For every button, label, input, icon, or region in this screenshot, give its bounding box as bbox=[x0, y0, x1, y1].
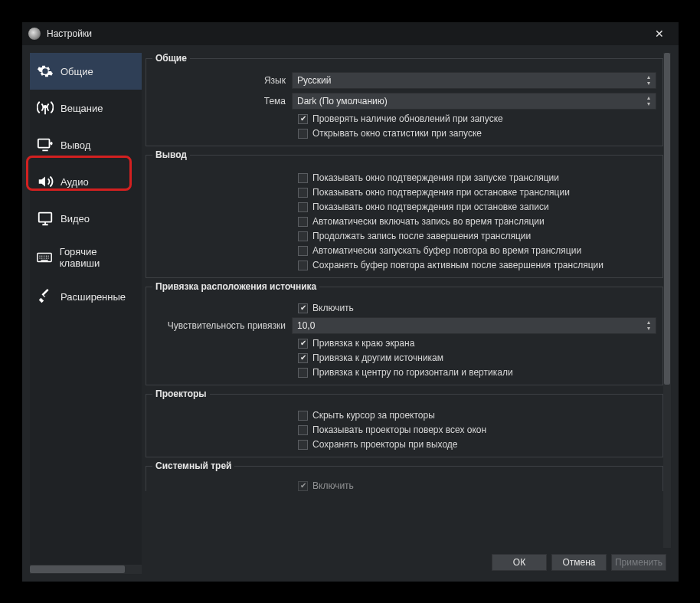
titlebar: Настройки ✕ bbox=[22, 22, 679, 45]
snap-sens-label: Чувствительность привязки bbox=[152, 320, 292, 331]
checkbox[interactable] bbox=[298, 231, 308, 241]
group-systray: Системный трей Включить bbox=[146, 460, 663, 491]
group-legend: Привязка расположения источника bbox=[152, 281, 319, 292]
svg-rect-1 bbox=[38, 139, 50, 148]
dialog-footer: ОК Отмена Применить bbox=[146, 548, 671, 574]
checkbox[interactable] bbox=[298, 425, 308, 435]
checkbox-snap-edge[interactable] bbox=[298, 339, 308, 349]
apply-button[interactable]: Применить bbox=[611, 554, 666, 571]
gear-icon bbox=[36, 62, 54, 80]
svg-rect-2 bbox=[39, 213, 52, 222]
checkbox-tray-enable[interactable] bbox=[298, 481, 308, 491]
group-snapping: Привязка расположения источника Включить… bbox=[146, 281, 663, 385]
sidebar-item-label: Расширенные bbox=[61, 291, 126, 303]
antenna-icon bbox=[36, 99, 54, 117]
theme-select[interactable]: Dark (По умолчанию) ▴▾ bbox=[292, 93, 656, 110]
sidebar-item-general[interactable]: Общие bbox=[30, 53, 142, 90]
svg-point-0 bbox=[44, 106, 47, 108]
window-body: Общие Вещание Вывод Аудио bbox=[22, 45, 679, 582]
checkbox[interactable] bbox=[298, 173, 308, 183]
settings-scroll: Общие Язык Русский ▴▾ Тема Dark (По умол bbox=[146, 53, 663, 548]
group-legend: Системный трей bbox=[152, 460, 234, 471]
sidebar-item-advanced[interactable]: Расширенные bbox=[30, 278, 142, 315]
keyboard-icon bbox=[36, 248, 54, 267]
checkbox-snap-center[interactable] bbox=[298, 368, 308, 378]
checkbox-open-stats[interactable] bbox=[298, 129, 308, 139]
checkbox[interactable] bbox=[298, 217, 308, 227]
monitor-icon bbox=[36, 209, 54, 228]
window-title: Настройки bbox=[47, 28, 646, 39]
group-projectors: Проекторы Скрыть курсор за проекторы Пок… bbox=[146, 388, 663, 457]
sidebar-item-output[interactable]: Вывод bbox=[30, 126, 142, 163]
checkbox[interactable] bbox=[298, 202, 308, 212]
group-general: Общие Язык Русский ▴▾ Тема Dark (По умол bbox=[146, 53, 663, 146]
chevron-updown-icon: ▴▾ bbox=[643, 73, 654, 88]
tools-icon bbox=[36, 287, 54, 306]
group-legend: Вывод bbox=[152, 149, 190, 160]
snap-sens-spin[interactable]: 10,0 ▴▾ bbox=[292, 317, 656, 334]
sidebar-item-label: Вывод bbox=[61, 139, 90, 151]
chevron-updown-icon: ▴▾ bbox=[643, 318, 654, 333]
sidebar-item-hotkeys[interactable]: Горячие клавиши bbox=[30, 237, 142, 278]
language-select[interactable]: Русский ▴▾ bbox=[292, 72, 656, 89]
checkbox[interactable] bbox=[298, 261, 308, 270]
cancel-button[interactable]: Отмена bbox=[551, 554, 607, 571]
checkbox[interactable] bbox=[298, 246, 308, 256]
app-icon bbox=[28, 28, 41, 40]
sidebar-item-label: Общие bbox=[61, 66, 93, 77]
sidebar-item-label: Горячие клавиши bbox=[60, 246, 136, 269]
sidebar-item-label: Аудио bbox=[61, 176, 89, 188]
sidebar-scrollbar[interactable] bbox=[30, 565, 142, 574]
group-legend: Общие bbox=[152, 53, 190, 64]
output-icon bbox=[36, 136, 54, 154]
settings-window: Настройки ✕ Общие Вещание Вывод bbox=[22, 22, 679, 582]
checkbox-snap-enable[interactable] bbox=[298, 303, 308, 313]
chevron-updown-icon: ▴▾ bbox=[643, 93, 654, 109]
sidebar-item-video[interactable]: Видео bbox=[30, 200, 142, 237]
sidebar: Общие Вещание Вывод Аудио bbox=[30, 53, 142, 574]
sidebar-item-audio[interactable]: Аудио bbox=[30, 163, 142, 200]
speaker-icon bbox=[36, 172, 54, 191]
checkbox-snap-other[interactable] bbox=[298, 353, 308, 363]
group-output: Вывод Показывать окно подтверждения при … bbox=[146, 149, 663, 278]
theme-label: Тема bbox=[152, 96, 292, 107]
ok-button[interactable]: ОК bbox=[492, 554, 547, 571]
close-button[interactable]: ✕ bbox=[646, 22, 672, 45]
checkbox[interactable] bbox=[298, 411, 308, 421]
sidebar-item-label: Видео bbox=[61, 213, 90, 224]
sidebar-item-stream[interactable]: Вещание bbox=[30, 90, 142, 126]
content-scrollbar[interactable] bbox=[663, 53, 671, 548]
sidebar-item-label: Вещание bbox=[61, 103, 103, 114]
checkbox-check-updates[interactable] bbox=[298, 114, 308, 124]
group-legend: Проекторы bbox=[152, 388, 210, 399]
checkbox[interactable] bbox=[298, 440, 308, 450]
content-panel: Общие Язык Русский ▴▾ Тема Dark (По умол bbox=[146, 53, 671, 574]
checkbox[interactable] bbox=[298, 188, 308, 198]
language-label: Язык bbox=[152, 75, 292, 86]
